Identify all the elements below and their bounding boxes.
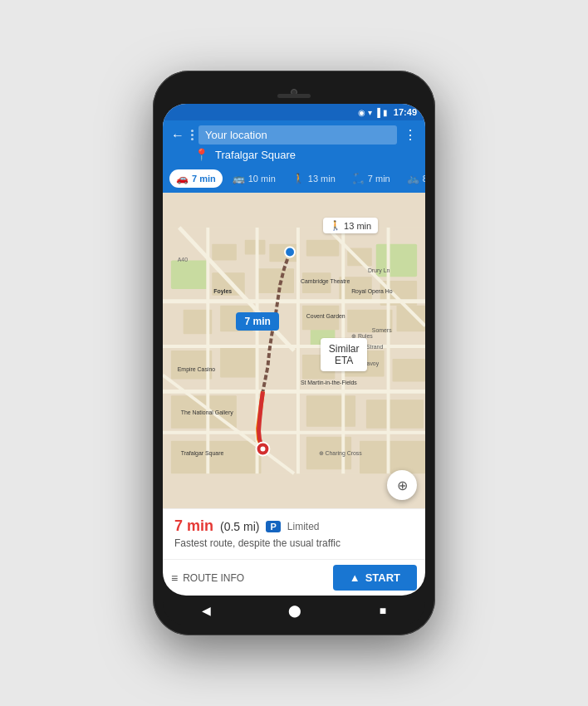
- phone-device: ◉ ▾ ▐ ▮ 17:49 ← ⋮ 📍 Trafalgar S: [153, 71, 435, 635]
- phone-screen: ◉ ▾ ▐ ▮ 17:49 ← ⋮ 📍 Trafalgar S: [163, 104, 425, 596]
- more-options-button[interactable]: ⋮: [404, 127, 417, 143]
- tab-transit[interactable]: 🚌 10 min: [226, 169, 282, 188]
- map-view[interactable]: A40 Foyles Cambridge Theatre Royal Opera…: [163, 193, 425, 508]
- bike-icon: 🚲: [407, 173, 419, 184]
- walk-icon: 🚶: [292, 173, 305, 184]
- transport-tabs-bar: 🚗 7 min 🚌 10 min 🚶 13 min 🛴 7 min 🚲 8 m: [163, 166, 425, 193]
- driving-time-badge: 7 min: [236, 312, 278, 331]
- route-info-panel: 7 min (0.5 mi) P Limited Fastest route, …: [163, 508, 425, 559]
- android-back-button[interactable]: ◀: [202, 604, 211, 617]
- bikeshare-tab-label: 7 min: [368, 174, 390, 184]
- svg-text:Strand: Strand: [366, 344, 384, 350]
- tab-walk[interactable]: 🚶 13 min: [286, 169, 342, 188]
- svg-text:⊕ Charing Cross: ⊕ Charing Cross: [319, 450, 363, 457]
- android-recents-button[interactable]: ■: [380, 604, 386, 617]
- svg-rect-19: [171, 351, 212, 380]
- parking-status: Limited: [287, 521, 320, 532]
- android-home-button[interactable]: ⬤: [288, 604, 301, 617]
- similar-eta-label: SimilarETA: [329, 343, 360, 366]
- route-distance: (0.5 mi): [220, 520, 259, 533]
- destination-row: 📍 Trafalgar Square: [171, 148, 417, 161]
- parking-badge: P: [266, 521, 280, 532]
- speaker-grill: [277, 94, 311, 98]
- status-bar: ◉ ▾ ▐ ▮ 17:49: [163, 104, 425, 120]
- svg-rect-27: [171, 441, 262, 474]
- walking-time-badge: 🚶 13 min: [323, 218, 378, 233]
- route-info-list-icon: ≡: [171, 571, 178, 585]
- svg-text:Empire Casino: Empire Casino: [178, 366, 215, 373]
- bike-tab-label: 8 m: [423, 174, 425, 184]
- wifi-status-icon: ▾: [368, 108, 372, 117]
- transit-tab-label: 10 min: [248, 174, 276, 184]
- similar-eta-badge: SimilarETA: [321, 338, 368, 371]
- svg-rect-20: [220, 346, 257, 378]
- svg-rect-25: [306, 395, 355, 427]
- back-button[interactable]: ←: [171, 128, 184, 143]
- route-time: 7 min: [174, 517, 213, 535]
- origin-input[interactable]: [198, 125, 397, 145]
- svg-point-42: [285, 248, 295, 257]
- route-info-button[interactable]: ≡ ROUTE INFO: [171, 571, 244, 585]
- location-status-icon: ◉: [358, 108, 365, 117]
- compass-icon: ⊕: [397, 478, 408, 493]
- transit-icon: 🚌: [233, 173, 245, 184]
- svg-text:Foyles: Foyles: [213, 288, 232, 295]
- svg-text:The National Gallery: The National Gallery: [181, 409, 233, 416]
- map-svg: A40 Foyles Cambridge Theatre Royal Opera…: [163, 193, 425, 508]
- origin-row: ← ⋮: [171, 125, 417, 145]
- walk-badge-icon: 🚶: [330, 220, 341, 231]
- svg-point-44: [261, 447, 266, 452]
- start-icon: ▲: [350, 571, 360, 584]
- car-tab-label: 7 min: [192, 174, 216, 184]
- svg-rect-26: [366, 400, 424, 429]
- walk-badge-label: 13 min: [344, 221, 371, 231]
- svg-text:Cambridge Theatre: Cambridge Theatre: [301, 278, 350, 285]
- svg-text:Drury Ln: Drury Ln: [368, 267, 390, 274]
- destination-text: Trafalgar Square: [215, 149, 296, 161]
- compass-button[interactable]: ⊕: [387, 470, 417, 500]
- tab-bike[interactable]: 🚲 8 m: [400, 169, 425, 188]
- status-icons: ◉ ▾ ▐ ▮ 17:49: [358, 107, 417, 117]
- swap-icon: [191, 130, 194, 140]
- svg-text:Covent Garden: Covent Garden: [306, 313, 345, 319]
- route-info-label: ROUTE INFO: [183, 572, 244, 584]
- tab-car[interactable]: 🚗 7 min: [169, 169, 223, 188]
- car-icon: 🚗: [176, 173, 189, 184]
- android-nav-bar: ◀ ⬤ ■: [163, 596, 425, 625]
- destination-pin-icon: 📍: [194, 148, 208, 161]
- signal-status-icon: ▐: [375, 108, 380, 117]
- svg-rect-1: [171, 260, 208, 289]
- walk-tab-label: 13 min: [308, 174, 336, 184]
- action-bar: ≡ ROUTE INFO ▲ START: [163, 559, 425, 596]
- svg-rect-5: [245, 240, 266, 255]
- svg-text:Somers: Somers: [372, 327, 392, 333]
- navigation-header: ← ⋮ 📍 Trafalgar Square: [163, 120, 425, 166]
- svg-rect-29: [360, 441, 425, 474]
- svg-text:Trafalgar Square: Trafalgar Square: [181, 450, 224, 457]
- start-label: START: [365, 571, 400, 584]
- svg-rect-23: [393, 359, 426, 382]
- start-navigation-button[interactable]: ▲ START: [333, 565, 417, 591]
- route-summary: 7 min (0.5 mi) P Limited: [174, 517, 414, 535]
- phone-top-notch: [163, 81, 425, 104]
- svg-rect-10: [257, 268, 294, 293]
- bikeshare-icon: 🛴: [352, 173, 365, 184]
- route-description: Fastest route, despite the usual traffic: [174, 537, 414, 549]
- svg-text:A40: A40: [178, 257, 188, 262]
- svg-text:Royal Opera Ho: Royal Opera Ho: [351, 288, 393, 295]
- svg-rect-4: [212, 244, 237, 261]
- svg-rect-7: [306, 240, 340, 257]
- battery-status-icon: ▮: [383, 108, 388, 117]
- tab-bikeshare[interactable]: 🛴 7 min: [345, 169, 397, 188]
- status-time: 17:49: [394, 107, 417, 117]
- svg-text:St Martin-in-the-Fields: St Martin-in-the-Fields: [301, 380, 357, 385]
